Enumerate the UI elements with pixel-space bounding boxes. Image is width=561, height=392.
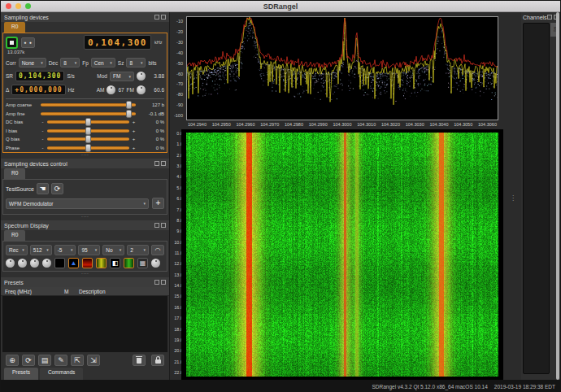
spectrum-canvas[interactable] [187,17,498,120]
reload-device-button[interactable]: ⟳ [51,183,63,194]
shrink-icon[interactable] [154,15,159,20]
maximize-icon[interactable] [161,161,166,166]
select-device-button[interactable]: ☚ [37,183,49,194]
maximize-icon[interactable] [161,223,166,228]
slider-handle[interactable] [85,118,91,126]
slider-handle[interactable] [126,110,132,118]
maximize-icon[interactable] [161,280,166,285]
waterfall-canvas[interactable] [186,133,498,377]
fm-label: FM [127,87,134,93]
column-freq[interactable]: Freq (MHz) [1,289,64,294]
slider-track[interactable] [41,112,136,115]
add-channel-button[interactable]: + [152,198,164,209]
waterfall-red-palette-icon[interactable] [82,258,93,268]
select-value: Cen [94,60,104,66]
slider-track[interactable] [41,103,136,107]
freq-tick-label: 104.3010 [357,122,376,127]
edit-button[interactable]: ✎ [54,355,67,366]
tab-presets[interactable]: Presets [4,368,38,380]
slider-handle[interactable] [126,101,132,109]
eyes-icon: ● ● [24,40,32,45]
window-scrollbar[interactable] [556,12,559,380]
spectrum-plot[interactable] [186,16,498,120]
invert-waterfall-icon[interactable]: ◧ [110,258,120,268]
format-select-sz[interactable]: 8▾ [126,58,146,68]
grid-icon[interactable]: ▦ [137,258,148,268]
vertical-splitter[interactable]: ⋮ [510,194,516,202]
frequency-shift-display[interactable]: +0,000,000 [11,85,65,95]
lock-button[interactable] [151,355,164,366]
shrink-icon[interactable] [154,223,159,228]
spectrum-select-4[interactable]: No▾ [102,245,124,255]
slider-track[interactable] [47,129,129,133]
shrink-icon[interactable] [547,15,552,20]
section-splitter[interactable]: ···· [1,153,169,159]
demodulator-select[interactable]: WFM Demodulator▾ [6,198,149,209]
spectrum-knob-2[interactable] [18,259,27,268]
sample-rate-display[interactable]: 0,104,300 [15,71,64,81]
spectrum-peak-icon[interactable]: ▲ [68,258,79,268]
tab-r0-spectrum[interactable]: R0 [4,230,25,241]
sampling-devices-header: Sampling devices [1,12,169,22]
column-m[interactable]: M [64,289,79,294]
presets-header: Presets [1,277,169,287]
delete-button[interactable] [133,355,146,366]
sampling-devices-tabs: R0 [1,22,169,33]
decay-curve-button[interactable]: ◠ [151,245,164,255]
add-button[interactable]: ⊕ [6,355,19,366]
spectrum-select-3[interactable]: 95▾ [78,245,100,255]
format-select-corr[interactable]: None▾ [19,58,46,68]
sampling-devices-control-header: Sampling devices control [1,159,169,168]
spectrum-select-5[interactable]: 2▾ [127,245,149,255]
format-select-dec[interactable]: 8▾ [60,58,80,68]
slider-track[interactable] [47,146,129,150]
format-select-fp[interactable]: Cen▾ [91,58,115,68]
spectrum-select-0[interactable]: Rec▾ [6,245,28,255]
am-knob[interactable] [107,85,115,94]
spectrum-visibility-button[interactable]: ● ● [21,37,35,48]
select-value: -5 [58,247,63,253]
waterfall-green-palette-icon[interactable] [124,258,134,268]
mod-gain-knob[interactable] [137,72,146,81]
center-frequency-display[interactable]: 0,104,300 [84,35,151,50]
export-button[interactable]: ⇱ [71,355,84,366]
slider-handle[interactable] [85,135,91,143]
slider-handle[interactable] [85,127,91,135]
format-label-fp: Fp [82,60,89,66]
spectrum-select-2[interactable]: -5▾ [54,245,76,255]
db-tick-label: -80 [176,92,183,97]
tab-r0-control[interactable]: R0 [4,168,25,179]
spectrum-knob-1[interactable] [6,259,15,268]
reload-button[interactable]: ⟳ [22,355,35,366]
tab-commands[interactable]: Commands [40,368,83,380]
modulation-select[interactable]: FM▾ [110,72,134,81]
shrink-icon[interactable] [154,161,159,166]
save-button[interactable]: ▤ [38,355,51,366]
slider-handle[interactable] [85,144,91,152]
waterfall-plot[interactable] [181,129,503,380]
slider-track[interactable] [47,137,129,141]
column-description[interactable]: Description [79,289,169,294]
freq-tick-label: 104.2940 [188,122,207,127]
fm-knob[interactable] [137,85,146,94]
channels-list[interactable] [523,23,550,374]
section-splitter[interactable]: ···· [1,215,169,220]
start-stop-button[interactable] [6,37,18,49]
maximize-icon[interactable] [161,15,166,20]
waterfall-yellow-palette-icon[interactable] [96,258,107,268]
trash-icon [136,356,142,364]
spectrum-knob-3[interactable] [30,259,39,268]
shrink-icon[interactable] [154,280,159,285]
hand-icon: ☚ [39,185,46,193]
spectrum-knob-4[interactable] [42,259,51,268]
section-splitter[interactable]: ···· [1,272,169,277]
presets-list[interactable] [2,296,167,352]
select-value: 95 [81,247,87,253]
spectrum-knob-5[interactable] [151,259,160,268]
import-button[interactable]: ⇲ [87,355,100,366]
tab-r0-sampling[interactable]: R0 [4,22,25,33]
slider-track[interactable] [47,120,129,124]
spectrum-select-1[interactable]: 512▾ [30,245,52,255]
slider-row-i-bias: I bias-+0 % [6,127,164,136]
background-color-button[interactable] [54,258,65,268]
